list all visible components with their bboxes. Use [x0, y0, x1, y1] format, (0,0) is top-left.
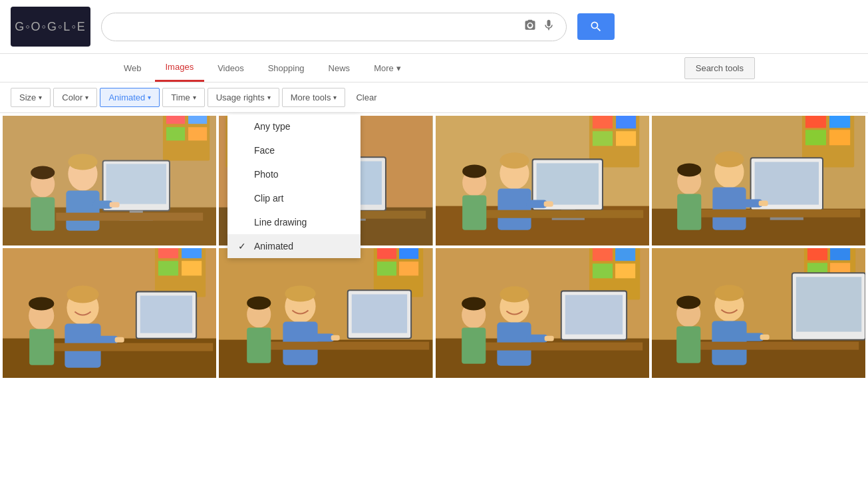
animated-filter[interactable]: Animated ▾ — [100, 88, 160, 107]
image-tile[interactable] — [436, 248, 649, 378]
svg-rect-8 — [106, 164, 166, 204]
svg-rect-109 — [271, 342, 430, 350]
svg-point-131 — [462, 297, 486, 310]
tab-more[interactable]: More ▾ — [363, 55, 412, 81]
svg-rect-75 — [701, 210, 860, 218]
more-tools-filter[interactable]: More tools ▾ — [282, 88, 346, 107]
search-button[interactable] — [577, 13, 615, 40]
svg-rect-74 — [758, 201, 768, 206]
svg-rect-120 — [592, 263, 612, 278]
mic-icon[interactable] — [542, 19, 555, 35]
svg-rect-93 — [140, 295, 192, 333]
svg-rect-101 — [399, 248, 418, 259]
svg-rect-102 — [377, 261, 396, 275]
size-filter[interactable]: Size ▾ — [11, 88, 51, 107]
dropdown-item-clip-art[interactable]: Clip art — [227, 186, 361, 210]
svg-rect-146 — [796, 277, 861, 331]
svg-rect-63 — [829, 116, 850, 128]
svg-rect-137 — [830, 248, 850, 260]
tab-images[interactable]: Images — [155, 54, 205, 82]
image-tile[interactable] — [219, 248, 432, 378]
google-logo: G◦O◦G◦L◦E — [11, 7, 90, 47]
color-chevron-icon: ▾ — [85, 94, 88, 101]
svg-rect-103 — [399, 261, 418, 275]
image-grid — [0, 113, 868, 381]
size-chevron-icon: ▾ — [39, 94, 42, 101]
time-filter[interactable]: Time ▾ — [162, 88, 204, 107]
svg-rect-111 — [352, 294, 407, 333]
usage-rights-filter[interactable]: Usage rights ▾ — [208, 88, 279, 107]
svg-point-95 — [29, 297, 54, 310]
animated-dropdown: Any type Face Photo Clip art Line drawin… — [227, 114, 361, 258]
svg-point-113 — [247, 296, 271, 309]
svg-point-18 — [31, 166, 55, 179]
animated-chevron-icon: ▾ — [148, 94, 151, 101]
camera-icon[interactable] — [523, 19, 537, 35]
svg-rect-45 — [616, 131, 636, 146]
svg-point-12 — [68, 154, 97, 170]
time-chevron-icon: ▾ — [193, 94, 196, 101]
svg-rect-83 — [182, 248, 202, 258]
svg-rect-121 — [615, 263, 635, 278]
svg-rect-42 — [592, 116, 612, 128]
usage-rights-chevron-icon: ▾ — [267, 94, 271, 101]
svg-rect-64 — [805, 130, 826, 145]
svg-rect-3 — [166, 116, 185, 124]
more-tools-chevron-icon: ▾ — [333, 94, 337, 101]
color-filter[interactable]: Color ▾ — [53, 88, 97, 107]
svg-point-77 — [677, 163, 701, 176]
svg-rect-84 — [158, 261, 178, 275]
search-tools-button[interactable]: Search tools — [684, 57, 755, 79]
svg-rect-129 — [565, 295, 622, 334]
svg-rect-119 — [615, 248, 635, 261]
svg-rect-136 — [807, 248, 827, 260]
image-tile[interactable] — [652, 116, 865, 245]
svg-point-105 — [285, 285, 316, 301]
svg-rect-126 — [544, 336, 553, 341]
check-icon: ✓ — [238, 241, 246, 251]
dropdown-item-face[interactable]: Face — [227, 138, 361, 162]
header: G◦O◦G◦L◦E brent rambo — [0, 0, 868, 54]
svg-rect-91 — [53, 343, 213, 351]
svg-point-57 — [462, 164, 486, 178]
nav-tabs: Web Images Videos Shopping News More ▾ S… — [0, 54, 868, 82]
svg-point-87 — [67, 285, 98, 303]
image-tile[interactable] — [436, 116, 649, 245]
svg-point-149 — [676, 295, 700, 309]
svg-point-51 — [500, 152, 529, 168]
svg-rect-47 — [536, 163, 598, 204]
svg-rect-127 — [485, 343, 643, 351]
search-bar: brent rambo — [101, 13, 567, 41]
tab-news[interactable]: News — [318, 55, 361, 81]
tab-web[interactable]: Web — [113, 55, 152, 81]
svg-rect-16 — [56, 213, 203, 221]
tab-videos[interactable]: Videos — [207, 55, 255, 81]
dropdown-item-animated[interactable]: ✓ Animated — [227, 234, 361, 258]
filter-bar: Size ▾ Color ▾ Animated ▾ Time ▾ Usage r… — [0, 82, 868, 113]
clear-button[interactable]: Clear — [348, 88, 384, 106]
svg-rect-19 — [31, 198, 55, 231]
search-input[interactable]: brent rambo — [112, 21, 518, 33]
svg-rect-43 — [616, 116, 636, 128]
image-tile[interactable] — [3, 248, 216, 378]
svg-point-123 — [500, 286, 529, 302]
dropdown-item-any-type[interactable]: Any type — [227, 114, 361, 138]
svg-rect-78 — [677, 194, 701, 230]
dropdown-item-photo[interactable]: Photo — [227, 162, 361, 186]
svg-rect-15 — [110, 202, 120, 208]
image-tile[interactable] — [3, 116, 216, 245]
tab-shopping[interactable]: Shopping — [257, 55, 315, 81]
svg-rect-85 — [182, 261, 202, 275]
svg-rect-108 — [331, 335, 340, 341]
svg-rect-6 — [188, 127, 207, 140]
svg-point-141 — [714, 285, 744, 301]
svg-rect-90 — [115, 337, 124, 343]
svg-rect-150 — [676, 327, 700, 363]
svg-rect-4 — [188, 116, 207, 124]
dropdown-item-line-drawing[interactable]: Line drawing — [227, 210, 361, 234]
svg-rect-82 — [158, 248, 178, 258]
svg-rect-5 — [166, 127, 185, 140]
svg-rect-144 — [760, 335, 769, 340]
image-tile[interactable] — [652, 248, 865, 378]
svg-rect-147 — [700, 342, 859, 350]
